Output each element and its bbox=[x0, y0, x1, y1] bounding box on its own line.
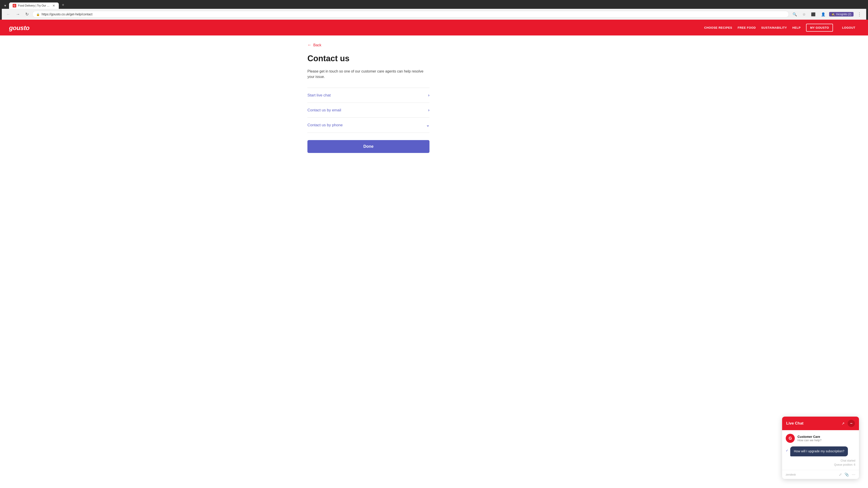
search-btn[interactable]: 🔍 bbox=[791, 11, 799, 18]
site-logo[interactable]: gousto bbox=[9, 24, 29, 32]
active-tab[interactable]: G Food Delivery | Try Our Recipe ... ✕ bbox=[9, 2, 59, 9]
incognito-icon: 🕵 bbox=[831, 13, 835, 16]
start-live-chat-arrow-icon: › bbox=[428, 93, 430, 98]
done-button[interactable]: Done bbox=[307, 140, 430, 153]
page-subtitle: Please get in touch so one of our custom… bbox=[307, 69, 430, 79]
chat-agent-row: G Customer Care How can we help? bbox=[786, 434, 855, 443]
browser-chrome: ▼ G Food Delivery | Try Our Recipe ... ✕… bbox=[0, 0, 868, 20]
chat-attachment-btn[interactable]: 📎 bbox=[844, 473, 849, 477]
main-content: ← Back Contact us Please get in touch so… bbox=[298, 35, 569, 160]
back-link[interactable]: ← Back bbox=[307, 43, 561, 47]
chat-footer: zendesk ⤢ 📎 ⋯ bbox=[782, 470, 859, 479]
live-chat-minimize-btn[interactable]: − bbox=[848, 420, 855, 427]
back-nav-btn[interactable]: ← bbox=[4, 11, 12, 18]
tab-title: Food Delivery | Try Our Recipe ... bbox=[18, 4, 51, 7]
contact-email-arrow-icon: › bbox=[428, 108, 430, 112]
live-chat-external-link-btn[interactable]: ↗ bbox=[840, 420, 846, 427]
profile-btn[interactable]: 👤 bbox=[819, 11, 827, 18]
nav-free-food[interactable]: FREE FOOD bbox=[738, 26, 756, 29]
contact-phone-option[interactable]: Contact us by phone ⌄ bbox=[307, 118, 430, 133]
chat-queue: Queue position: 6 bbox=[786, 463, 855, 466]
agent-subtitle: How can we help? bbox=[798, 438, 822, 442]
browser-tabs: ▼ G Food Delivery | Try Our Recipe ... ✕… bbox=[2, 1, 866, 9]
live-chat-header[interactable]: Live Chat ↗ − bbox=[782, 417, 859, 430]
url-bar[interactable]: 🔒 https://gousto.co.uk/get-help/contact bbox=[32, 11, 789, 18]
extensions-btn[interactable]: ⬛ bbox=[809, 11, 817, 18]
message-tick-icon: ✓ bbox=[786, 449, 788, 452]
chat-message-row: ✓ How will I upgrade my subscription? bbox=[786, 447, 855, 459]
chat-more-btn[interactable]: ⋯ bbox=[852, 473, 855, 477]
nav-sustainability[interactable]: SUSTAINABILITY bbox=[761, 26, 787, 29]
chat-bubble: How will I upgrade my subscription? bbox=[790, 447, 848, 456]
chat-expand-btn[interactable]: ⤢ bbox=[839, 473, 842, 477]
chat-footer-actions: ⤢ 📎 ⋯ bbox=[839, 473, 855, 477]
live-chat-widget: Live Chat ↗ − G Customer Care How can we… bbox=[782, 417, 859, 479]
forward-nav-btn[interactable]: → bbox=[14, 11, 22, 18]
contact-phone-label: Contact us by phone bbox=[307, 123, 343, 127]
contact-email-label: Contact us by email bbox=[307, 108, 341, 112]
agent-avatar: G bbox=[786, 434, 795, 443]
start-live-chat-option[interactable]: Start live chat › bbox=[307, 88, 430, 103]
browser-toolbar: ← → ↻ 🔒 https://gousto.co.uk/get-help/co… bbox=[2, 9, 866, 20]
url-text: https://gousto.co.uk/get-help/contact bbox=[41, 12, 785, 16]
live-chat-title: Live Chat bbox=[786, 421, 804, 426]
tab-favicon: G bbox=[13, 4, 16, 7]
agent-name: Customer Care bbox=[798, 435, 822, 438]
incognito-label: Incognito (2) bbox=[836, 13, 851, 16]
live-chat-header-actions: ↗ − bbox=[840, 420, 855, 427]
contact-email-option[interactable]: Contact us by email › bbox=[307, 103, 430, 118]
back-arrow-icon: ← bbox=[307, 43, 311, 47]
start-live-chat-label: Start live chat bbox=[307, 93, 331, 98]
toolbar-actions: 🔍 ☆ ⬛ 👤 🕵 Incognito (2) ⋮ bbox=[791, 11, 864, 18]
nav-choose-recipes[interactable]: CHOOSE RECIPES bbox=[704, 26, 732, 29]
tab-dropdown-btn[interactable]: ▼ bbox=[2, 2, 8, 9]
nav-links: CHOOSE RECIPES FREE FOOD SUSTAINABILITY … bbox=[704, 24, 859, 32]
chat-footer-brand: zendesk bbox=[786, 473, 796, 476]
logout-btn[interactable]: LOGOUT bbox=[838, 24, 859, 31]
page-title: Contact us bbox=[307, 54, 561, 63]
chat-status: Chat started bbox=[786, 459, 855, 462]
site-nav: gousto CHOOSE RECIPES FREE FOOD SUSTAINA… bbox=[0, 20, 868, 35]
incognito-badge[interactable]: 🕵 Incognito (2) bbox=[829, 12, 854, 17]
my-gousto-btn[interactable]: MY GOUSTO bbox=[806, 24, 833, 32]
new-tab-btn[interactable]: + bbox=[59, 1, 67, 9]
agent-avatar-icon: G bbox=[789, 436, 792, 441]
agent-info: Customer Care How can we help? bbox=[798, 435, 822, 442]
lock-icon: 🔒 bbox=[36, 13, 40, 16]
browser-menu-btn[interactable]: ⋮ bbox=[855, 11, 864, 18]
nav-help[interactable]: HELP bbox=[792, 26, 801, 29]
chat-body: G Customer Care How can we help? ✓ How w… bbox=[782, 430, 859, 470]
bookmark-btn[interactable]: ☆ bbox=[801, 11, 807, 18]
site-wrapper: gousto CHOOSE RECIPES FREE FOOD SUSTAINA… bbox=[0, 20, 868, 488]
contact-phone-chevron-icon: ⌄ bbox=[426, 123, 430, 128]
back-label: Back bbox=[313, 43, 321, 47]
reload-btn[interactable]: ↻ bbox=[24, 11, 31, 18]
tab-close-btn[interactable]: ✕ bbox=[53, 4, 55, 7]
